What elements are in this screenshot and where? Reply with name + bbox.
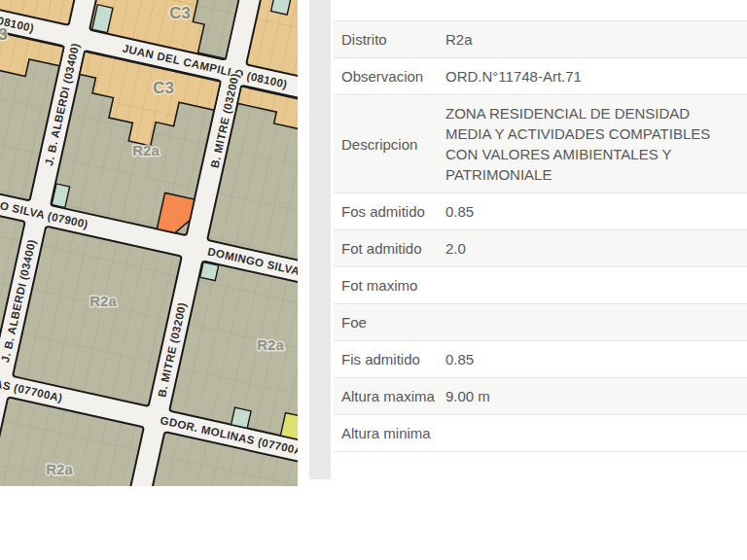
- table-row: Descripcion ZONA RESIDENCIAL DE DENSIDAD…: [334, 94, 747, 192]
- row-value: R2a: [445, 29, 737, 50]
- table-row: Altura maxima 9.00 m: [334, 377, 747, 414]
- map-canvas[interactable]: JUAN DEL CAMPILLO (08100) JUAN DEL CAMPI…: [0, 0, 298, 486]
- zone-label-r2a: R2a: [257, 336, 284, 353]
- row-value: ZONA RESIDENCIAL DE DENSIDAD MEDIA Y ACT…: [445, 103, 737, 185]
- table-row: Distrito R2a: [334, 20, 747, 57]
- green-space: [231, 407, 251, 428]
- row-label: Fot admitido: [341, 238, 445, 259]
- zone-label-c3: C3: [0, 25, 8, 44]
- table-row: Fot admitido 2.0: [334, 229, 747, 266]
- row-value: 0.85: [445, 201, 737, 222]
- row-value: 0.85: [445, 349, 737, 369]
- row-label: Fot maximo: [341, 275, 445, 296]
- zone-label-r2a: R2a: [46, 461, 73, 477]
- row-value: 9.00 m: [445, 386, 737, 406]
- row-label: Foe: [341, 312, 445, 332]
- row-value: ORD.N°11748-Art.71: [445, 66, 737, 87]
- table-row: Fos admitido 0.85: [334, 192, 747, 229]
- row-label: Altura minima: [341, 423, 445, 443]
- zone-label-c3: C3: [153, 79, 174, 97]
- table-row: Fot maximo: [334, 266, 747, 303]
- gis-app-window: JUAN DEL CAMPILLO (08100) JUAN DEL CAMPI…: [0, 0, 747, 560]
- zone-label-r2a: R2a: [89, 293, 117, 309]
- parcel-info-table: Distrito R2a Observacion ORD.N°11748-Art…: [334, 20, 747, 452]
- table-row: Fis admitido 0.85: [334, 340, 747, 377]
- row-value: 2.0: [445, 238, 737, 259]
- row-label: Altura maxima: [341, 386, 445, 406]
- green-space: [200, 262, 219, 281]
- table-row: Observacion ORD.N°11748-Art.71: [334, 57, 747, 94]
- row-label: Distrito: [341, 29, 445, 50]
- row-label: Descripcion: [341, 134, 445, 155]
- row-label: Observacion: [341, 66, 445, 87]
- zone-label-c3: C3: [169, 4, 191, 22]
- table-row: Altura minima: [334, 414, 747, 451]
- table-row: Foe: [334, 303, 747, 340]
- panel-divider[interactable]: [309, 0, 331, 479]
- row-label: Fis admitido: [341, 349, 445, 369]
- row-label: Fos admitido: [341, 201, 445, 222]
- zone-label-r2a: R2a: [132, 142, 160, 158]
